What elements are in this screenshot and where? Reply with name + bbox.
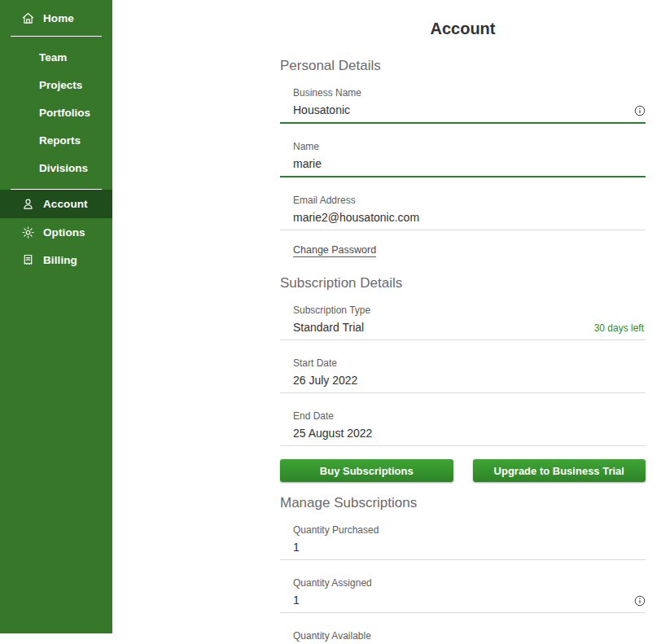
field-value: 1 — [293, 541, 300, 554]
gear-icon — [21, 226, 35, 239]
email-address-field[interactable]: Email Address marie2@housatonic.com — [280, 188, 646, 230]
field-value[interactable]: Housatonic — [293, 103, 350, 116]
sidebar-item-label: Divisions — [39, 162, 88, 174]
field-value[interactable]: marie2@housatonic.com — [293, 211, 419, 224]
buy-subscriptions-button[interactable]: Buy Subscriptions — [280, 459, 453, 482]
field-value: 26 July 2022 — [293, 374, 357, 387]
sidebar-item-label: Team — [39, 51, 67, 64]
field-label: Start Date — [293, 357, 646, 369]
quantity-assigned-field: Quantity Assigned 1 — [280, 571, 646, 613]
receipt-icon — [21, 253, 35, 267]
field-label: Subscription Type — [293, 304, 646, 316]
sidebar: Home Team Projects Portfolios Reports Di… — [0, 0, 112, 633]
section-heading-personal-details: Personal Details — [280, 58, 646, 74]
sidebar-item-label: Options — [43, 226, 85, 239]
sidebar-item-reports[interactable]: Reports — [0, 126, 112, 154]
field-label: Quantity Assigned — [293, 577, 646, 589]
sidebar-item-projects[interactable]: Projects — [0, 71, 112, 99]
sidebar-item-label: Account — [43, 198, 88, 210]
subscription-buttons: Buy Subscriptions Upgrade to Business Tr… — [280, 459, 646, 482]
days-left-badge: 30 days left — [594, 322, 646, 334]
sidebar-item-label: Portfolios — [39, 107, 90, 119]
quantity-available-field: Quantity Available — [280, 624, 646, 644]
start-date-field: Start Date 26 July 2022 — [280, 351, 646, 393]
field-label: Quantity Purchased — [293, 524, 646, 536]
upgrade-to-business-trial-button[interactable]: Upgrade to Business Trial — [473, 459, 646, 482]
sidebar-item-team[interactable]: Team — [0, 43, 112, 71]
sidebar-item-divisions[interactable]: Divisions — [0, 154, 112, 182]
sidebar-item-home[interactable]: Home — [0, 0, 112, 36]
field-label: Business Name — [293, 87, 646, 99]
quantity-purchased-field: Quantity Purchased 1 — [280, 518, 646, 560]
field-value[interactable]: marie — [293, 157, 322, 170]
sidebar-item-label: Billing — [43, 254, 77, 266]
person-icon — [21, 197, 35, 211]
subscription-type-field: Subscription Type Standard Trial 30 days… — [280, 298, 646, 340]
field-value: Standard Trial — [293, 321, 364, 334]
name-field[interactable]: Name marie — [280, 134, 646, 177]
sidebar-item-billing[interactable]: Billing — [0, 246, 112, 274]
sidebar-item-options[interactable]: Options — [0, 218, 112, 246]
section-heading-manage-subscriptions: Manage Subscriptions — [280, 495, 646, 511]
field-label: Quantity Available — [293, 630, 646, 642]
section-heading-subscription-details: Subscription Details — [280, 275, 646, 291]
field-label: Name — [293, 141, 646, 152]
sidebar-item-label: Projects — [39, 79, 82, 91]
sidebar-item-label: Home — [43, 12, 74, 24]
home-icon — [21, 11, 35, 25]
info-icon[interactable] — [634, 595, 646, 607]
info-icon[interactable] — [634, 105, 646, 116]
field-label: Email Address — [293, 195, 646, 206]
sidebar-item-portfolios[interactable]: Portfolios — [0, 99, 112, 126]
field-value: 25 August 2022 — [293, 427, 372, 440]
change-password-link[interactable]: Change Password — [293, 244, 376, 257]
sidebar-subnav: Team Projects Portfolios Reports Divisio… — [0, 37, 112, 189]
field-label: End Date — [293, 410, 646, 422]
business-name-field[interactable]: Business Name Housatonic — [280, 81, 646, 124]
field-value: 1 — [293, 594, 300, 607]
account-page: Account Personal Details Business Name H… — [280, 0, 646, 644]
end-date-field: End Date 25 August 2022 — [280, 404, 646, 446]
sidebar-item-account[interactable]: Account — [0, 190, 112, 218]
page-title: Account — [280, 20, 646, 38]
sidebar-item-label: Reports — [39, 134, 81, 147]
